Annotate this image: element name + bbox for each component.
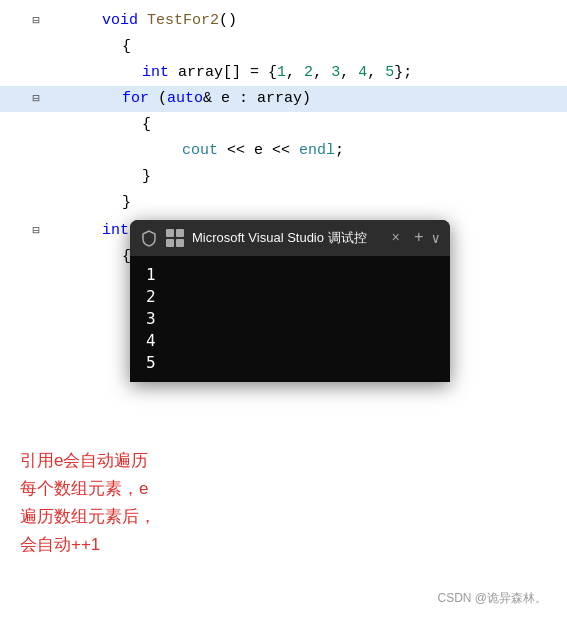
collapse-icon-1[interactable]: ⊟: [28, 8, 44, 34]
terminal-body: 1 2 3 4 5: [130, 256, 450, 382]
annotation-line-1: 引用e会自动遍历: [20, 447, 156, 475]
grid-icon: [166, 229, 184, 247]
terminal-output-1: 1: [146, 264, 434, 286]
terminal-close-button[interactable]: ×: [386, 228, 406, 248]
terminal-output-3: 3: [146, 308, 434, 330]
punct: (): [219, 12, 237, 29]
terminal-chevron-button[interactable]: ∨: [432, 230, 440, 247]
terminal-output-4: 4: [146, 330, 434, 352]
cout-keyword: cout: [182, 142, 218, 159]
num4: 4: [358, 64, 367, 81]
watermark: CSDN @诡异森林。: [437, 590, 547, 607]
collapse-icon-4[interactable]: ⊟: [28, 86, 44, 112]
shield-icon: [140, 229, 158, 247]
annotation-line-3: 遍历数组元素后，: [20, 503, 156, 531]
terminal-output-2: 2: [146, 286, 434, 308]
terminal-title: Microsoft Visual Studio 调试控: [192, 229, 378, 247]
keyword-auto: auto: [167, 90, 203, 107]
punct: [138, 12, 147, 29]
annotation-line-2: 每个数组元素，e: [20, 475, 156, 503]
annotation-line-4: 会自动++1: [20, 531, 156, 559]
endl-keyword: endl: [299, 142, 335, 159]
annotation-area: 引用e会自动遍历 每个数组元素，e 遍历数组元素后， 会自动++1: [20, 447, 156, 559]
func-name: TestFor2: [147, 12, 219, 29]
terminal-plus-button[interactable]: +: [414, 229, 424, 247]
collapse-icon-9[interactable]: ⊟: [28, 218, 44, 244]
terminal-titlebar: Microsoft Visual Studio 调试控 × + ∨: [130, 220, 450, 256]
terminal-output-5: 5: [146, 352, 434, 374]
num3: 3: [331, 64, 340, 81]
terminal-popup[interactable]: Microsoft Visual Studio 调试控 × + ∨ 1 2 3 …: [130, 220, 450, 382]
num5: 5: [385, 64, 394, 81]
